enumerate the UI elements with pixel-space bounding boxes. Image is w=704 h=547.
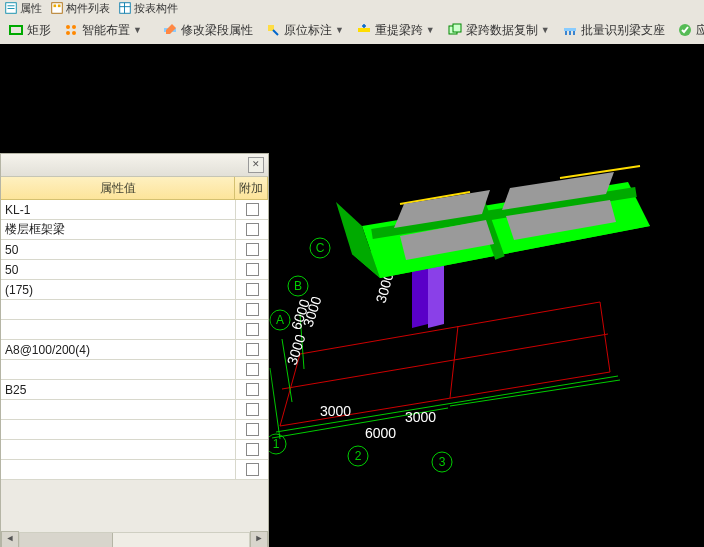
dropdown-icon: ▼ <box>133 25 142 35</box>
properties-panel: ✕ 属性值 附加 KL-1楼层框架梁5050(175)A8@100/200(4)… <box>0 153 269 547</box>
checkbox[interactable] <box>246 363 259 376</box>
tool-rectangle[interactable]: 矩形 <box>4 20 55 41</box>
panel-titlebar[interactable]: ✕ <box>1 154 268 177</box>
table-row[interactable] <box>1 420 268 440</box>
cell-value[interactable]: (175) <box>1 283 235 297</box>
tool-copy-span-data[interactable]: 梁跨数据复制 ▼ <box>443 20 554 41</box>
cell-checkbox[interactable] <box>235 200 268 219</box>
tool-position-label[interactable]: 原位标注 ▼ <box>261 20 348 41</box>
table-row[interactable] <box>1 300 268 320</box>
svg-rect-8 <box>124 3 125 14</box>
checkbox[interactable] <box>246 243 259 256</box>
header-value: 属性值 <box>1 177 235 199</box>
cell-checkbox[interactable] <box>235 360 268 379</box>
grid-header: 属性值 附加 <box>1 177 268 200</box>
checkbox[interactable] <box>246 343 259 356</box>
checkbox[interactable] <box>246 303 259 316</box>
svg-rect-5 <box>58 5 61 8</box>
position-label-icon <box>265 22 281 38</box>
cell-checkbox[interactable] <box>235 400 268 419</box>
tool-smart-layout[interactable]: 智能布置 ▼ <box>59 20 146 41</box>
dropdown-icon: ▼ <box>541 25 550 35</box>
table-row[interactable]: B25 <box>1 380 268 400</box>
checkbox[interactable] <box>246 463 259 476</box>
cell-checkbox[interactable] <box>235 280 268 299</box>
cell-checkbox[interactable] <box>235 380 268 399</box>
svg-text:3000: 3000 <box>320 403 351 419</box>
cell-value[interactable]: 楼层框架梁 <box>1 221 235 238</box>
cell-value[interactable]: B25 <box>1 383 235 397</box>
panel-close-button[interactable]: ✕ <box>248 157 264 173</box>
table-row[interactable]: 50 <box>1 240 268 260</box>
svg-text:3: 3 <box>439 455 446 469</box>
cell-value[interactable]: 50 <box>1 243 235 257</box>
cell-value[interactable]: A8@100/200(4) <box>1 343 235 357</box>
table-row[interactable]: 50 <box>1 260 268 280</box>
table-row[interactable] <box>1 460 268 480</box>
cell-checkbox[interactable] <box>235 300 268 319</box>
cell-checkbox[interactable] <box>235 460 268 479</box>
checkbox[interactable] <box>246 443 259 456</box>
scrollbar-horizontal[interactable]: ◄ ► <box>1 532 268 547</box>
scroll-left-button[interactable]: ◄ <box>1 531 19 547</box>
scroll-track[interactable] <box>19 532 250 547</box>
toolbar-top: 属性 构件列表 按表构件 <box>0 0 704 17</box>
scroll-thumb[interactable] <box>20 533 113 547</box>
table-row[interactable]: 楼层框架梁 <box>1 220 268 240</box>
svg-rect-1 <box>8 5 15 6</box>
cell-value[interactable]: 50 <box>1 263 235 277</box>
svg-text:3000: 3000 <box>405 409 436 425</box>
scroll-right-button[interactable]: ► <box>250 531 268 547</box>
svg-rect-16 <box>358 28 370 32</box>
checkbox[interactable] <box>246 263 259 276</box>
cell-checkbox[interactable] <box>235 320 268 339</box>
table-row[interactable] <box>1 320 268 340</box>
properties-icon <box>4 1 18 15</box>
rectangle-icon <box>8 22 24 38</box>
dropdown-icon: ▼ <box>335 25 344 35</box>
cell-checkbox[interactable] <box>235 340 268 359</box>
table-row[interactable]: KL-1 <box>1 200 268 220</box>
checkbox[interactable] <box>246 323 259 336</box>
top-label: 属性 <box>20 1 42 16</box>
svg-point-12 <box>66 31 70 35</box>
checkbox[interactable] <box>246 423 259 436</box>
tool-reextract-span[interactable]: 重提梁跨 ▼ <box>352 20 439 41</box>
top-btn-list[interactable]: 构件列表 <box>46 1 114 16</box>
svg-text:6000: 6000 <box>365 425 396 441</box>
checkbox[interactable] <box>246 203 259 216</box>
tool-label: 修改梁段属性 <box>181 22 253 39</box>
svg-rect-4 <box>54 5 57 8</box>
table-row[interactable] <box>1 400 268 420</box>
apply-icon <box>677 22 693 38</box>
table-row[interactable]: (175) <box>1 280 268 300</box>
list-icon <box>50 1 64 15</box>
cell-checkbox[interactable] <box>235 260 268 279</box>
cell-checkbox[interactable] <box>235 420 268 439</box>
svg-point-10 <box>66 25 70 29</box>
tool-label: 应用 <box>696 22 704 39</box>
cell-value[interactable]: KL-1 <box>1 203 235 217</box>
svg-text:A: A <box>276 313 284 327</box>
tool-edit-beam-props[interactable]: 修改梁段属性 <box>158 20 257 41</box>
table-row[interactable]: A8@100/200(4) <box>1 340 268 360</box>
cell-checkbox[interactable] <box>235 240 268 259</box>
top-label: 构件列表 <box>66 1 110 16</box>
table-row[interactable] <box>1 360 268 380</box>
top-btn-table[interactable]: 按表构件 <box>114 1 182 16</box>
svg-rect-19 <box>564 28 576 31</box>
header-additional: 附加 <box>235 177 268 199</box>
table-row[interactable] <box>1 440 268 460</box>
tool-batch-identify-support[interactable]: 批量识别梁支座 <box>558 20 669 41</box>
cell-checkbox[interactable] <box>235 440 268 459</box>
checkbox[interactable] <box>246 223 259 236</box>
tool-label: 原位标注 <box>284 22 332 39</box>
cell-checkbox[interactable] <box>235 220 268 239</box>
svg-text:3000: 3000 <box>284 332 309 367</box>
tool-apply[interactable]: 应用 <box>673 20 704 41</box>
grid-body: KL-1楼层框架梁5050(175)A8@100/200(4)B25 <box>1 200 268 480</box>
checkbox[interactable] <box>246 403 259 416</box>
checkbox[interactable] <box>246 383 259 396</box>
top-btn-properties[interactable]: 属性 <box>0 1 46 16</box>
checkbox[interactable] <box>246 283 259 296</box>
